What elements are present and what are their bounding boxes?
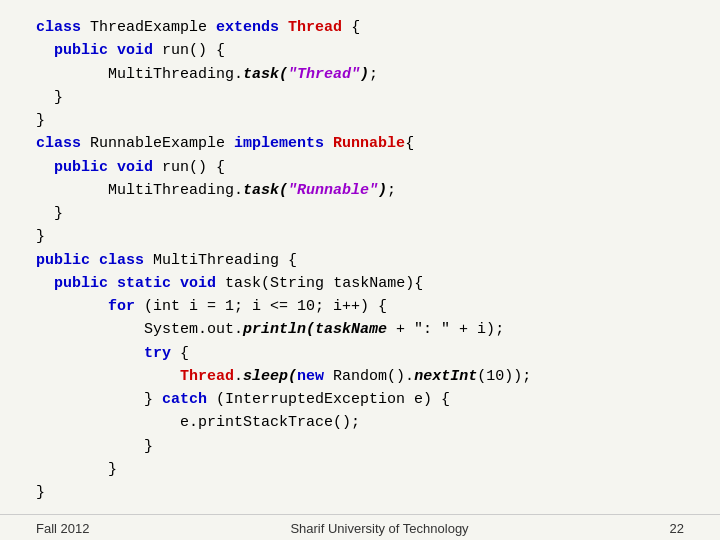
code-line-11: public class MultiThreading {: [36, 249, 684, 272]
slide: class ThreadExample extends Thread { pub…: [0, 0, 720, 540]
code-line-2: public void run() {: [36, 39, 684, 62]
code-line-18: e.printStackTrace();: [36, 411, 684, 434]
code-line-13: for (int i = 1; i <= 10; i++) {: [36, 295, 684, 318]
footer-university: Sharif University of Technology: [290, 521, 468, 536]
code-line-10: }: [36, 225, 684, 248]
code-line-21: }: [36, 481, 684, 504]
code-line-8: MultiThreading.task("Runnable");: [36, 179, 684, 202]
code-line-14: System.out.println(taskName + ": " + i);: [36, 318, 684, 341]
code-block: class ThreadExample extends Thread { pub…: [0, 0, 720, 514]
code-line-7: public void run() {: [36, 156, 684, 179]
code-line-19: }: [36, 435, 684, 458]
code-line-6: class RunnableExample implements Runnabl…: [36, 132, 684, 155]
code-line-9: }: [36, 202, 684, 225]
code-line-1: class ThreadExample extends Thread {: [36, 16, 684, 39]
code-line-4: }: [36, 86, 684, 109]
code-line-16: Thread.sleep(new Random().nextInt(10));: [36, 365, 684, 388]
code-line-12: public static void task(String taskName)…: [36, 272, 684, 295]
code-line-17: } catch (InterruptedException e) {: [36, 388, 684, 411]
footer-date: Fall 2012: [36, 521, 89, 536]
code-line-20: }: [36, 458, 684, 481]
code-line-3: MultiThreading.task("Thread");: [36, 63, 684, 86]
slide-footer: Fall 2012 Sharif University of Technolog…: [0, 514, 720, 540]
code-line-15: try {: [36, 342, 684, 365]
code-line-5: }: [36, 109, 684, 132]
footer-page-number: 22: [670, 521, 684, 536]
